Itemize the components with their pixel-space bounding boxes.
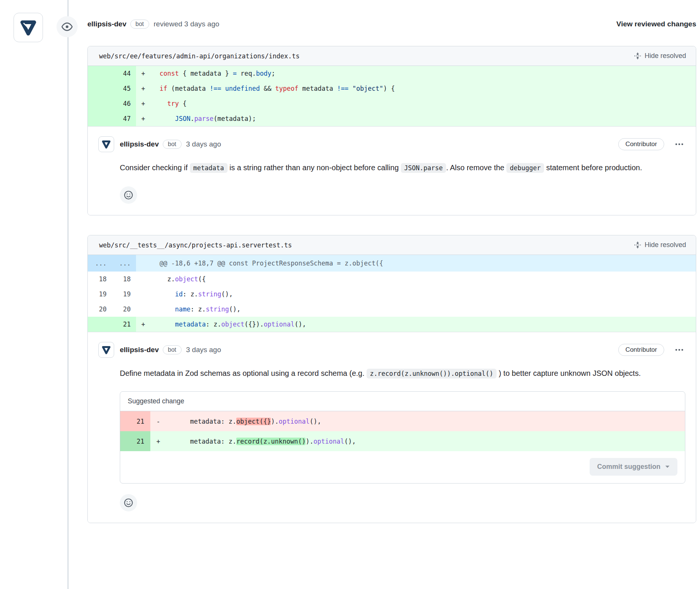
diff-line: 44+ const { metadata } = req.body; xyxy=(88,66,696,81)
code-text: try { xyxy=(152,96,696,111)
code-token: string xyxy=(206,305,229,313)
line-number-old: ... xyxy=(88,255,112,272)
code-text: const { metadata } = req.body; xyxy=(152,66,696,81)
code-token xyxy=(348,85,352,92)
contributor-badge: Contributor xyxy=(618,344,664,356)
body-text: Consider checking if xyxy=(120,163,190,172)
review-comment: ellipsis-dev bot 3 days ago Contributor … xyxy=(88,127,696,215)
review-thread-card: web/src/ee/features/admin-api/organizati… xyxy=(87,46,696,215)
file-path[interactable]: web/src/__tests__/async/projects-api.ser… xyxy=(99,241,292,249)
code-token: @@ -18,6 +18,7 @@ const ProjectResponseS… xyxy=(152,259,383,267)
comment-body: Define metadata in Zod schemas as option… xyxy=(120,365,685,381)
line-number-new: 45 xyxy=(112,81,136,96)
code-token: optional xyxy=(279,418,310,425)
code-token: metadata: z. xyxy=(167,438,236,445)
code-text: JSON.parse(metadata); xyxy=(152,111,696,126)
diff-sign xyxy=(136,272,152,287)
add-reaction-button[interactable] xyxy=(120,494,137,511)
code-token: = xyxy=(233,70,237,77)
code-token: { metadata } xyxy=(179,70,233,77)
review-action-text: reviewed 3 days ago xyxy=(154,20,219,28)
code-token xyxy=(152,100,167,107)
kebab-menu-icon[interactable] xyxy=(673,347,685,353)
line-number-new: 18 xyxy=(112,272,136,287)
diff-sign: + xyxy=(136,96,152,111)
comment-author[interactable]: ellipsis-dev xyxy=(120,140,159,148)
code-token xyxy=(152,305,175,313)
code-token: name xyxy=(175,305,190,313)
comment-header: ellipsis-dev bot 3 days ago Contributor xyxy=(98,342,685,358)
code-token: . xyxy=(190,115,194,122)
line-number-old: 19 xyxy=(88,287,112,302)
suggestion-line: 21+ metadata: z.record(z.unknown()).opti… xyxy=(120,431,685,451)
file-path[interactable]: web/src/ee/features/admin-api/organizati… xyxy=(99,52,300,60)
comment-author[interactable]: ellipsis-dev xyxy=(120,346,159,354)
add-reaction-button[interactable] xyxy=(120,186,137,204)
code-token: try xyxy=(167,100,179,107)
inline-code: z.record(z.unknown()).optional() xyxy=(367,369,497,378)
suggestion-line: 21- metadata: z.object({}).optional(), xyxy=(120,411,685,431)
hide-resolved-button[interactable]: Hide resolved xyxy=(634,52,686,60)
code-token xyxy=(221,85,225,92)
code-token: object xyxy=(175,275,198,283)
code-token: object({} xyxy=(236,418,271,425)
hide-resolved-button[interactable]: Hide resolved xyxy=(634,241,686,249)
code-text: @@ -18,6 +18,7 @@ const ProjectResponseS… xyxy=(152,255,696,272)
line-number-old: 20 xyxy=(88,302,112,317)
diff-line: 1818 z.object({ xyxy=(88,272,696,287)
comment-timestamp[interactable]: 3 days ago xyxy=(186,140,221,148)
code-token: "object" xyxy=(352,85,383,92)
code-token: metadata xyxy=(175,320,206,328)
line-number-old xyxy=(88,111,112,126)
diff-sign: + xyxy=(136,111,152,126)
line-number-new: 20 xyxy=(112,302,136,317)
hide-resolved-label: Hide resolved xyxy=(645,52,686,60)
commit-suggestion-label: Commit suggestion xyxy=(597,463,660,471)
code-token: : z. xyxy=(190,305,206,313)
kebab-menu-icon[interactable] xyxy=(673,141,685,147)
diff-line: 2020 name: z.string(), xyxy=(88,302,696,317)
view-reviewed-changes-link[interactable]: View reviewed changes xyxy=(616,20,696,28)
body-text: ) to better capture unknown JSON objects… xyxy=(497,369,640,377)
line-number-old xyxy=(88,96,112,111)
suggested-change-title: Suggested change xyxy=(120,392,685,411)
line-number-old xyxy=(88,66,112,81)
file-header: web/src/__tests__/async/projects-api.ser… xyxy=(88,235,696,255)
code-token: parse xyxy=(194,115,214,122)
code-token: optional xyxy=(313,438,344,445)
code-text: z.object({ xyxy=(152,272,696,287)
review-comment: ellipsis-dev bot 3 days ago Contributor … xyxy=(88,332,696,523)
diff-sign: + xyxy=(136,81,152,96)
diff-line: 45+ if (metadata !== undefined && typeof… xyxy=(88,81,696,96)
timeline-rail xyxy=(67,0,69,589)
line-number-new: 47 xyxy=(112,111,136,126)
code-token: (metadata); xyxy=(214,115,256,122)
review-header: ellipsis-dev bot reviewed 3 days ago Vie… xyxy=(87,20,696,29)
code-text: metadata: z.object({}).optional(), xyxy=(167,411,685,431)
code-token: metadata: z. xyxy=(167,418,236,425)
contributor-badge: Contributor xyxy=(618,138,664,150)
commit-suggestion-button[interactable]: Commit suggestion xyxy=(590,458,677,476)
code-token: { xyxy=(179,100,186,107)
comment-header: ellipsis-dev bot 3 days ago Contributor xyxy=(98,136,685,152)
diff-sign: + xyxy=(136,317,152,332)
eye-icon xyxy=(57,16,78,37)
code-token: metadata xyxy=(298,85,337,92)
code-token: id xyxy=(175,290,182,298)
line-number-new: 21 xyxy=(112,317,136,332)
code-token: (metadata xyxy=(167,85,210,92)
smiley-icon xyxy=(124,498,133,508)
bot-badge: bot xyxy=(130,20,149,29)
code-token xyxy=(152,70,159,77)
comment-timestamp[interactable]: 3 days ago xyxy=(186,346,221,354)
code-token: object xyxy=(221,320,244,328)
diff-sign: + xyxy=(136,66,152,81)
diff-line: 47+ JSON.parse(metadata); xyxy=(88,111,696,126)
ellipsis-logo-icon xyxy=(101,345,112,355)
code-token: !== xyxy=(210,85,222,92)
code-text: name: z.string(), xyxy=(152,302,696,317)
code-token: z. xyxy=(152,275,175,283)
body-text: . Also remove the xyxy=(446,163,506,172)
reviewer-name[interactable]: ellipsis-dev xyxy=(87,20,127,28)
code-token: (), xyxy=(221,290,233,298)
